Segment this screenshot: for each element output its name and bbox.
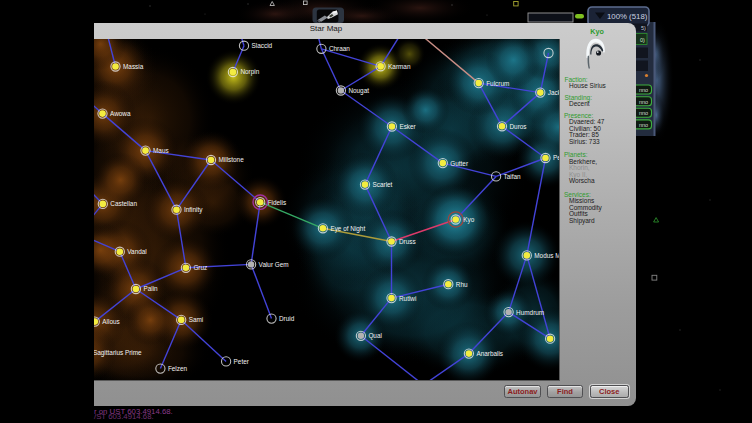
svg-text:Gruz: Gruz [193,264,207,271]
svg-text:5): 5) [641,25,646,31]
svg-text:Eye of Night: Eye of Night [330,225,365,233]
svg-text:Scarlet: Scarlet [372,181,392,188]
svg-text:Rutlwi: Rutlwi [399,295,416,302]
svg-text:Slaccid: Slaccid [251,42,272,49]
svg-text:0): 0) [640,37,645,43]
svg-text:Druid: Druid [279,315,295,322]
svg-text:Taifan: Taifan [503,173,520,180]
svg-text:Karman: Karman [388,63,411,70]
svg-text:Esker: Esker [399,123,416,130]
svg-text:Kyo: Kyo [463,216,474,224]
svg-text:nno: nno [639,122,648,128]
svg-text:Infinity: Infinity [184,206,203,214]
svg-text:Anarbalis: Anarbalis [476,350,503,357]
svg-text:Humdrum: Humdrum [516,309,544,316]
svg-text:Druss: Druss [399,238,416,245]
svg-text:Sagittarius Prime: Sagittarius Prime [94,349,142,357]
svg-text:Castellan: Castellan [110,200,137,207]
svg-text:Qual: Qual [368,332,382,340]
svg-text:Nougat: Nougat [348,87,369,95]
svg-text:nno: nno [639,87,648,93]
svg-text:Pelican: Pelican [553,154,559,161]
svg-text:Massia: Massia [123,63,144,70]
svg-text:Duros: Duros [509,123,526,130]
svg-text:Allous: Allous [102,318,119,325]
svg-text:Valur Gem: Valur Gem [258,261,288,268]
svg-text:Norpin: Norpin [240,68,259,76]
svg-text:Fulcrum: Fulcrum [486,80,509,87]
svg-text:Modus Mana: Modus Mana [534,252,559,259]
svg-text:Peter: Peter [233,358,249,365]
svg-text:Chraan: Chraan [328,45,349,52]
svg-text:Gutter: Gutter [450,160,469,167]
svg-text:Millstone: Millstone [218,156,244,163]
svg-text:100% (518): 100% (518) [607,12,648,21]
svg-text:Palin: Palin [143,285,158,292]
svg-text:Rhu: Rhu [455,281,467,288]
svg-text:nno: nno [639,110,648,116]
svg-text:Vandal: Vandal [127,248,146,255]
svg-text:Awowa: Awowa [110,110,131,117]
svg-text:Felzen: Felzen [167,365,187,372]
svg-text:Jack: Jack [547,89,558,96]
svg-text:Fidelis: Fidelis [267,199,285,206]
svg-text:Sami: Sami [188,316,203,323]
svg-text:Maus: Maus [153,147,169,154]
svg-text:nno: nno [639,99,648,105]
